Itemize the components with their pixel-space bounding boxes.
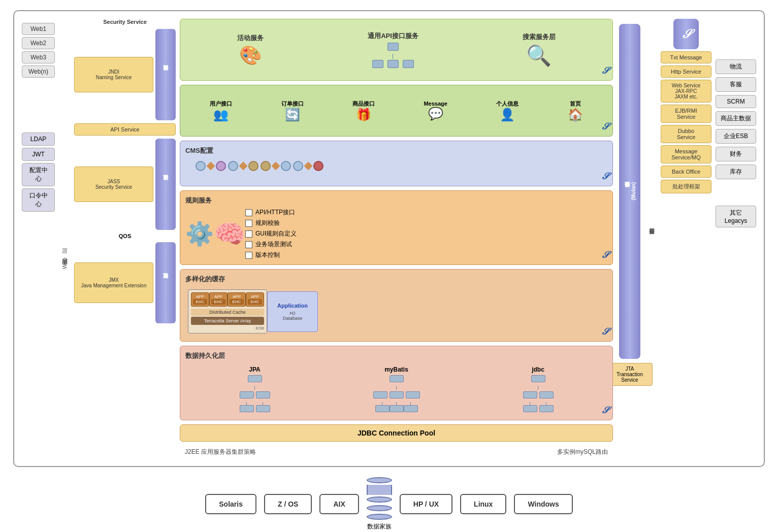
- flow-node-7: [293, 161, 303, 171]
- checkbox-1: [245, 209, 252, 216]
- arch-box: Web1 Web2 Web3 Web(n) LDAP JWT 配置中心 口令中心…: [13, 10, 765, 467]
- cms-layer: CMS配置 𝒮: [180, 141, 613, 186]
- solaris-box: Solaris: [205, 494, 256, 514]
- bottom-arch-labels: J2EE 应用服务器集群策略 多实例mySQL路由: [180, 446, 613, 458]
- message-api-label: Message: [424, 101, 447, 107]
- h2-label: H2Database: [283, 311, 303, 321]
- product-api: 商品接口 🎁: [352, 100, 375, 122]
- common-api-label: 通用API接口服务: [368, 31, 418, 41]
- left-web-clients: Web1 Web2 Web3 Web(n) LDAP JWT 配置中心 口令中心: [22, 19, 55, 458]
- right-main-cylinder-col: 业务管理服务层(Mulan) JTATransaction Service: [617, 24, 642, 458]
- cache-layer: 多样化的缓存 APPEHC APPEHC APPEHC APPEHC Distr…: [180, 269, 613, 342]
- user-api-icon: 👥: [213, 108, 229, 122]
- app-ehc-4: APPEHC: [246, 292, 264, 307]
- terracotta-label: Terracotta Server Array: [191, 317, 264, 325]
- activity-label: 活动服务: [237, 34, 264, 43]
- jdbc-item: jdbc: [523, 366, 554, 412]
- rule-title: 规则服务: [185, 196, 607, 205]
- zos-box: Z / OS: [264, 494, 312, 514]
- product-api-icon: 🎁: [356, 108, 371, 122]
- rule-item-1: API/HTTP接口: [245, 208, 297, 217]
- product-master-box: 商品主数据: [716, 111, 756, 126]
- home-api: 首页 🏠: [568, 100, 583, 122]
- esb-box: 企业ESB: [716, 129, 756, 144]
- rule-layer: 规则服务 ⚙️ 🧠 API/HTTP接口 规则校验: [180, 190, 613, 265]
- db-disk-3: [367, 505, 392, 511]
- right-top-cylinder: 𝒮: [673, 19, 699, 49]
- jdbc-pool-bar: JDBC Connection Pool: [180, 424, 613, 442]
- common-api-service: 通用API接口服务: [368, 31, 418, 68]
- mid-api-layer: 用户接口 👥 订单接口 🔄 商品接口 🎁 Message 💬: [180, 85, 613, 137]
- flow-node-5: [261, 161, 271, 171]
- flow-diamond-4: [304, 162, 313, 171]
- app-ehc-row: APPEHC APPEHC APPEHC APPEHC: [191, 292, 264, 307]
- ldap-box: LDAP: [22, 132, 55, 146]
- jpa-tree: [240, 375, 270, 412]
- mybatis-item: myBatis: [373, 366, 420, 412]
- right-cylinder-label: 业务管理服务层(Mulan): [624, 182, 636, 201]
- message-service-box: MessageService/MQ: [661, 145, 711, 163]
- personal-api: 个人信息 👤: [496, 100, 518, 122]
- right-vert-label-col: 后台管理服务: [646, 19, 657, 458]
- rule-layer-brand: 𝒮: [602, 250, 608, 260]
- ejb-service-box: EJB/RMIService: [661, 105, 711, 123]
- jta-box: JTATransaction Service: [607, 363, 653, 386]
- inventory-box: 库存: [716, 164, 756, 179]
- top-services-row: 活动服务 🎨 通用API接口服务: [185, 24, 607, 75]
- order-api-icon: 🔄: [285, 108, 300, 122]
- jdbc-pool-label: JDBC Connection Pool: [358, 429, 435, 437]
- linux-box: Linux: [460, 494, 506, 514]
- search-label: 搜索服务层: [523, 32, 556, 42]
- order-api: 订单接口 🔄: [281, 100, 304, 122]
- rule-item-3: GUI规则自定义: [245, 229, 297, 238]
- back-office-box: Back Office: [661, 165, 711, 178]
- windows-box: Windows: [514, 494, 572, 514]
- rule-item-5: 版本控制: [245, 251, 297, 259]
- mid-api-row: 用户接口 👥 订单接口 🔄 商品接口 🎁 Message 💬: [185, 90, 607, 131]
- flow-node-2: [216, 161, 226, 171]
- web2-box: Web2: [22, 37, 55, 49]
- top-api-layer: 活动服务 🎨 通用API接口服务: [180, 19, 613, 81]
- persist-content: JPA: [185, 363, 607, 415]
- jpa-label: JPA: [249, 366, 260, 373]
- dist-cache-box: APPEHC APPEHC APPEHC APPEHC Distributed …: [188, 289, 267, 334]
- cms-title: CMS配置: [185, 146, 607, 155]
- jndi-box: JNDINaming Service: [74, 57, 153, 92]
- mysql-route-label: 多实例mySQL路由: [557, 448, 608, 456]
- db-disk-1: [367, 477, 392, 483]
- checkbox-2: [245, 220, 252, 227]
- cms-layer-brand: 𝒮: [602, 171, 608, 182]
- user-api-label: 用户接口: [210, 100, 232, 108]
- rule-content: ⚙️ 🧠 API/HTTP接口 规则校验 GUI规则: [185, 208, 607, 259]
- rule-checklist: API/HTTP接口 规则校验 GUI规则自定义 业务场景测试: [245, 208, 297, 259]
- logistics-box: 物流: [716, 59, 756, 74]
- flow-node-3: [228, 161, 238, 171]
- jmx-box: JMXJava Management Extension: [74, 262, 153, 303]
- left-web-layer-label: 用户访问Web层: [61, 208, 69, 269]
- flow-diamond-1: [207, 162, 215, 171]
- jass-row: JASSSecurity Service 认证服务: [74, 139, 176, 230]
- pwd-box: 口令中心: [22, 188, 55, 212]
- os-boxes-row: Solaris Z / OS AIX 数据家族 HP / UX Linux Wi…: [205, 477, 572, 531]
- flow-node-1: [196, 161, 206, 171]
- cache-title: 多样化的缓存: [185, 275, 607, 284]
- scrm-box: SCRM: [716, 95, 756, 108]
- edb-label: EDB: [191, 326, 264, 330]
- cylinder-renzheng: 认证服务: [155, 139, 176, 230]
- web3-box: Web3: [22, 51, 55, 63]
- left-services-block: Security Service JNDINaming Service 通报服务…: [74, 19, 176, 458]
- jndi-row: JNDINaming Service 通报服务: [74, 29, 176, 120]
- dist-cache-label: Distributed Cache: [191, 309, 264, 316]
- cache-content: APPEHC APPEHC APPEHC APPEHC Distributed …: [185, 287, 607, 336]
- rule-item-4-label: 业务场景测试: [255, 240, 292, 249]
- bottom-os-section: Solaris Z / OS AIX 数据家族 HP / UX Linux Wi…: [13, 477, 765, 531]
- rule-item-2-label: 规则校验: [255, 219, 280, 227]
- activity-icon: 🎨: [239, 45, 262, 66]
- flow-node-8: [313, 161, 323, 171]
- api-tree: [372, 43, 414, 68]
- dubbo-service-box: DubboService: [661, 125, 711, 143]
- jdbc-label: jdbc: [532, 366, 544, 373]
- rule-item-1-label: API/HTTP接口: [255, 208, 295, 217]
- security-service-label: Security Service: [74, 19, 176, 25]
- mid-layer-brand: 𝒮: [602, 121, 608, 132]
